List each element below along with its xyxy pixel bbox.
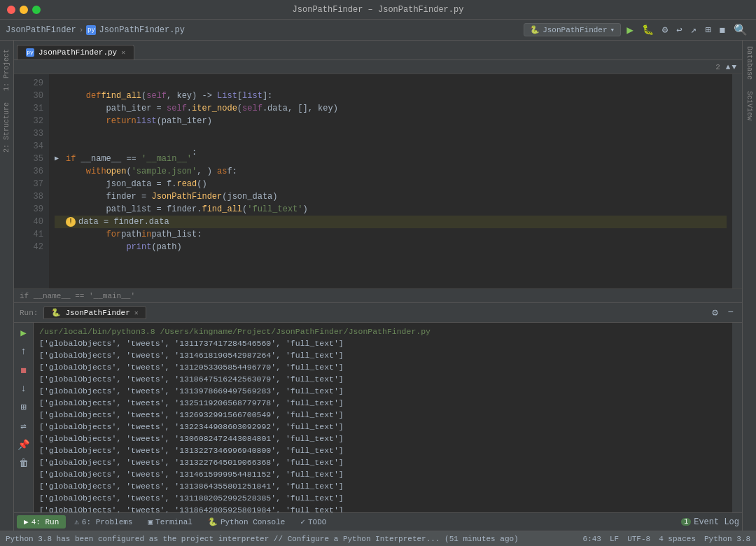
- file-tab-label: JsonPathFinder.py: [38, 48, 117, 57]
- code-line-42: print(path): [55, 241, 727, 253]
- scroll-down-icon[interactable]: ↓: [19, 382, 27, 396]
- cursor-position[interactable]: 6:43: [583, 535, 601, 543]
- run-button[interactable]: ▶: [624, 22, 636, 38]
- console-output-line-13: ['globalObjects', 'tweets', '13138643558…: [39, 480, 727, 492]
- code-line-38: finder = JsonPathFinder(json_data): [55, 190, 727, 203]
- sidebar-tab-project[interactable]: 1: Project: [1, 43, 12, 97]
- coverage-button[interactable]: ⚙: [659, 22, 671, 37]
- pin-icon[interactable]: 📌: [16, 438, 31, 452]
- breadcrumb-project[interactable]: JsonPathFinder: [6, 25, 76, 35]
- line-ending[interactable]: LF: [610, 535, 619, 543]
- annotation-count: 2: [715, 63, 720, 71]
- minimize-button[interactable]: [20, 6, 28, 14]
- file-icon: py: [86, 25, 96, 35]
- profile-button[interactable]: ↩: [673, 22, 685, 37]
- stop-button[interactable]: ◼: [717, 22, 728, 37]
- status-right: 6:43 LF UTF-8 4 spaces Python 3.8: [583, 535, 750, 543]
- maximize-button[interactable]: [32, 6, 41, 14]
- close-button[interactable]: [7, 6, 15, 14]
- console-output-line-4: ['globalObjects', 'tweets', '13186475162…: [39, 373, 727, 385]
- todo-tab-text: TODO: [308, 518, 326, 526]
- run-tab-main[interactable]: 🐍 JsonPathFinder ✕: [43, 306, 146, 319]
- bottom-tab-todo[interactable]: ✓ TODO: [293, 515, 333, 528]
- run-config-selector[interactable]: 🐍 JsonPathFinder ▾: [524, 23, 621, 36]
- python-version[interactable]: Python 3.8: [704, 535, 750, 543]
- line-num-38: 38: [20, 190, 43, 203]
- event-log-area[interactable]: 1 Event Log: [681, 517, 739, 527]
- line-num-37: 37: [20, 178, 43, 190]
- right-tab-sciview[interactable]: SciView: [744, 85, 755, 126]
- bottom-tab-python-console[interactable]: 🐍 Python Console: [201, 515, 292, 528]
- encoding[interactable]: UTF-8: [627, 535, 650, 543]
- line-num-32: 32: [20, 115, 43, 127]
- run-tab-label: JsonPathFinder: [65, 309, 130, 317]
- stop-icon[interactable]: ◼: [19, 363, 27, 377]
- fold-icon-35[interactable]: ▶: [55, 153, 66, 165]
- breadcrumb-file[interactable]: JsonPathFinder.py: [99, 25, 184, 35]
- annotation-bar: 2 ▲ ▼: [14, 60, 742, 74]
- console-scrollbar[interactable]: [732, 323, 742, 512]
- console-output-line-3: ['globalObjects', 'tweets', '13120533058…: [39, 361, 727, 373]
- code-line-29: [55, 77, 727, 90]
- console-output: /usr/local/bin/python3.8 /Users/kingname…: [34, 323, 732, 512]
- vcs-button[interactable]: ↗: [688, 22, 699, 37]
- line-num-30: 30: [20, 90, 43, 102]
- breadcrumb: JsonPathFinder › py JsonPathFinder.py: [6, 25, 518, 35]
- debug-button[interactable]: 🐛: [639, 22, 657, 37]
- tab-bar: py JsonPathFinder.py ✕: [14, 41, 742, 60]
- settings-icon[interactable]: ⚙: [709, 305, 720, 320]
- bottom-tabs: ▶ 4: Run ⚠ 6: Problems ▣ Terminal 🐍 Pyth…: [14, 512, 742, 531]
- wrap-icon[interactable]: ⇌: [19, 419, 27, 433]
- editor-scrollbar[interactable]: [732, 74, 742, 288]
- line-num-34: 34: [20, 140, 43, 153]
- right-tab-database[interactable]: Database: [744, 41, 755, 85]
- problems-tab-text: 6: Problems: [82, 518, 133, 526]
- code-line-35: ▶ if __name__ == '__main__':: [55, 153, 727, 165]
- code-content[interactable]: def find_all(self, key) -> List[list]: p…: [49, 74, 732, 288]
- play-icon[interactable]: ▶: [19, 326, 27, 340]
- status-message: Python 3.8 has been configured as the pr…: [6, 535, 578, 543]
- tab-close-icon[interactable]: ✕: [121, 48, 125, 57]
- bottom-tab-terminal[interactable]: ▣ Terminal: [141, 515, 199, 528]
- bottom-tab-problems[interactable]: ⚠ 6: Problems: [67, 515, 139, 528]
- annotation-up[interactable]: ▲: [726, 63, 731, 71]
- rerun-icon[interactable]: ⊞: [19, 400, 27, 414]
- console-output-line-9: ['globalObjects', 'tweets', '13060824724…: [39, 433, 727, 444]
- run-console: ▶ ↑ ◼ ↓ ⊞ ⇌ 📌 🗑 /usr/local/bin/python3.8…: [14, 323, 742, 512]
- run-tab-right: ⚙ −: [709, 305, 736, 320]
- indent[interactable]: 4 spaces: [659, 535, 696, 543]
- trash-icon[interactable]: 🗑: [18, 456, 30, 470]
- console-output-line-7: ['globalObjects', 'tweets', '13269329915…: [39, 409, 727, 421]
- sidebar-tab-structure[interactable]: 2: Structure: [1, 97, 12, 158]
- window-controls: [7, 6, 41, 14]
- code-line-33: [55, 127, 727, 140]
- event-log-label: Event Log: [694, 517, 739, 527]
- breadcrumb-sep1: ›: [79, 26, 84, 34]
- close-panel-icon[interactable]: −: [725, 305, 736, 320]
- python-console-tab-icon: 🐍: [208, 517, 218, 526]
- line-numbers: 29 30 31 32 33 34 35 36 37 38 39 40 41 4…: [14, 74, 49, 288]
- line-num-35: 35: [20, 153, 43, 165]
- right-sidebar: Database SciView: [742, 41, 756, 531]
- console-output-line-11: ['globalObjects', 'tweets', '13132276450…: [39, 456, 727, 468]
- build-button[interactable]: ⊞: [702, 22, 713, 37]
- code-line-34: [55, 140, 727, 153]
- scroll-up-icon[interactable]: ↑: [19, 344, 27, 358]
- code-line-37: json_data = f.read(): [55, 178, 727, 190]
- python-console-tab-text: Python Console: [220, 518, 285, 526]
- line-num-33: 33: [20, 127, 43, 140]
- run-tab-icon: ▶: [24, 517, 29, 526]
- run-tab-close[interactable]: ✕: [134, 309, 139, 317]
- dropdown-icon: ▾: [610, 25, 615, 34]
- problems-tab-icon: ⚠: [74, 517, 79, 526]
- bottom-tab-run[interactable]: ▶ 4: Run: [17, 515, 66, 528]
- editor-tab-file[interactable]: py JsonPathFinder.py ✕: [17, 45, 134, 59]
- python-icon: 🐍: [530, 25, 540, 34]
- code-line-32: return list(path_iter): [55, 115, 727, 127]
- status-bar: Python 3.8 has been configured as the pr…: [0, 531, 756, 546]
- console-path-line: /usr/local/bin/python3.8 /Users/kingname…: [39, 326, 727, 337]
- search-button[interactable]: 🔍: [731, 22, 750, 38]
- annotation-down[interactable]: ▼: [732, 63, 736, 71]
- code-editor[interactable]: 29 30 31 32 33 34 35 36 37 38 39 40 41 4…: [14, 74, 742, 288]
- run-config-label: JsonPathFinder: [542, 26, 607, 34]
